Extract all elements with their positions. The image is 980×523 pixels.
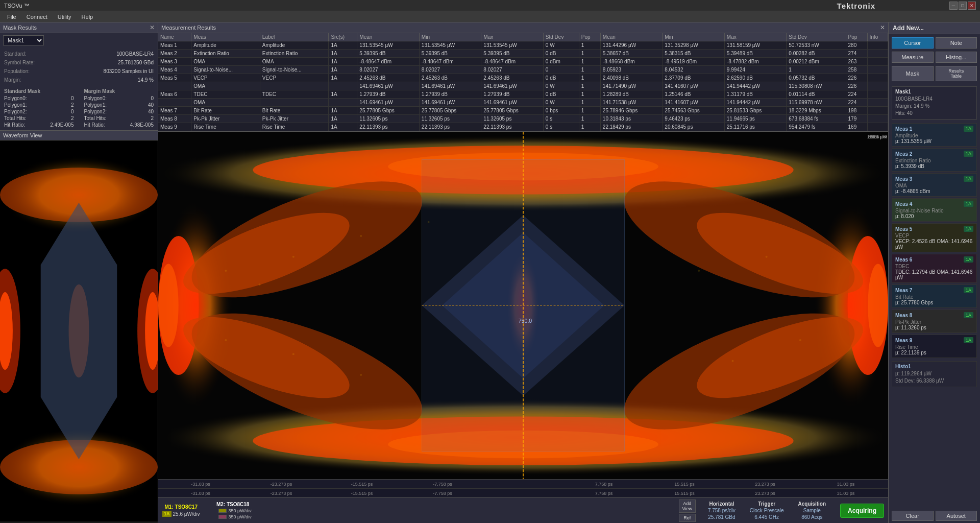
add-view-btn[interactable]: AddView — [679, 500, 696, 513]
t-label-2: -15.515 ps — [322, 482, 402, 487]
table-cell: Rise Time — [191, 123, 260, 131]
col-max1: Max — [481, 33, 543, 41]
meas-card-3[interactable]: Meas 4 1A Signal-to-Noise Ratio µ: 8.020 — [892, 198, 977, 222]
table-row[interactable]: Meas 1AmplitudeAmplitude1A131.53545 µW13… — [158, 41, 888, 50]
table-cell: 141.69461 µW — [481, 82, 543, 90]
meas-card-8[interactable]: Meas 9 1A Rise Time µ: 22.1139 ps — [892, 335, 977, 358]
table-row[interactable]: Meas 5VECPVECP1A2.45263 dB2.45263 dB2.45… — [158, 74, 888, 82]
table-cell: 1.27939 dB — [419, 90, 481, 99]
table-cell — [867, 74, 888, 82]
waveform-content[interactable] — [0, 140, 158, 521]
acquiring-button[interactable]: Acquiring — [840, 504, 884, 518]
meas-card-6[interactable]: Meas 7 1A Bit Rate µ: 25.7780 Gbps — [892, 284, 977, 308]
mask-btn[interactable]: Mask — [892, 66, 934, 81]
col-meas: Meas — [191, 33, 260, 41]
table-cell: 131.53545 µW — [357, 41, 419, 50]
menu-file[interactable]: File — [2, 13, 21, 21]
meas-card-4[interactable]: Meas 5 1A VECP VECP: 2.4526 dB OMA: 141.… — [892, 223, 977, 252]
menu-connect[interactable]: Connect — [21, 13, 53, 21]
window-controls[interactable]: ─ □ ✕ — [949, 2, 976, 10]
meas-card-1[interactable]: Meas 2 1A Extinction Ratio µ: 5.3939 dB — [892, 148, 977, 172]
histo-card[interactable]: Histo1 µ: 119.2964 µW Std Dev: 66.3388 µ… — [892, 361, 977, 387]
histog-btn[interactable]: Histog... — [936, 52, 977, 63]
cursor-btn[interactable]: Cursor — [892, 37, 934, 49]
close-btn[interactable]: ✕ — [968, 2, 976, 10]
menu-help[interactable]: Help — [77, 13, 99, 21]
scale-box-2 — [218, 515, 227, 519]
table-cell: 1 — [787, 66, 846, 74]
table-cell: 1A — [329, 41, 357, 50]
total-hits-margin: 2 — [151, 115, 154, 121]
card-id-4: Meas 5 — [895, 226, 912, 232]
table-cell: 954.2479 fs — [787, 123, 846, 131]
card-value-6: µ: 25.7780 Gbps — [895, 300, 973, 305]
table-cell: -8.48647 dBm — [419, 58, 481, 66]
m1-label: M1: TSO8C17 — [165, 504, 198, 510]
results-table-btn[interactable]: ResultsTable — [936, 66, 977, 81]
table-row[interactable]: Meas 2Extinction RatioExtinction Ratio1A… — [158, 50, 888, 58]
meas-card-7[interactable]: Meas 8 1A Pk-Pk Jitter µ: 11.3260 ps — [892, 310, 977, 333]
table-cell: 0 s — [543, 123, 579, 131]
table-row[interactable]: Meas 8Pk-Pk JitterPk-Pk Jitter1A11.32605… — [158, 115, 888, 123]
table-row[interactable]: Meas 9Rise TimeRise Time1A22.11393 ps22.… — [158, 123, 888, 131]
table-cell: 0 bps — [543, 107, 579, 115]
mask-card[interactable]: Mask1 100GBASE-LR4 Margin: 14.9 % Hits: … — [892, 86, 977, 120]
horizontal-group: Horizontal 7.758 ps/div 25.781 GBd — [708, 501, 736, 520]
table-cell: 673.68384 fs — [787, 115, 846, 123]
measurement-table: Name Meas Label Src(s) Mean Min Max Std … — [158, 33, 888, 131]
mask-card-title: Mask1 — [895, 89, 973, 94]
note-btn[interactable]: Note — [936, 37, 977, 49]
table-row[interactable]: OMA141.69461 µW141.69461 µW141.69461 µW0… — [158, 82, 888, 90]
measure-btn[interactable]: Measure — [892, 52, 934, 63]
table-cell: 1 — [579, 50, 600, 58]
table-cell: 25.11716 ps — [724, 123, 786, 131]
table-cell: OMA — [260, 58, 329, 66]
meas-table-container[interactable]: Name Meas Label Src(s) Mean Min Max Std … — [158, 33, 888, 131]
table-cell: -8.48668 dBm — [600, 58, 662, 66]
ref-btn[interactable]: Ref — [679, 514, 696, 522]
waveform-main-view[interactable]: 750.0 239.4 µW 204.9 µW 179.2 µW 153.6 µ… — [158, 132, 888, 479]
y-axis-labels: 239.4 µW 204.9 µW 179.2 µW 153.6 µW 128 … — [863, 132, 888, 479]
table-row[interactable]: OMA141.69461 µW141.69461 µW141.69461 µW0… — [158, 99, 888, 107]
table-cell: Meas 4 — [158, 66, 191, 74]
t2-label-2: -15.515 ps — [322, 491, 402, 496]
minimize-btn[interactable]: ─ — [949, 2, 958, 10]
margin-mask-title: Margin Mask — [84, 88, 154, 94]
horizontal-val2: 25.781 GBd — [708, 514, 735, 520]
table-cell: TDEC — [260, 90, 329, 99]
card-value-2: µ: -8.4865 dBm — [895, 188, 973, 194]
autoset-btn[interactable]: Autoset — [936, 511, 977, 521]
poly1-std: 2 — [71, 102, 74, 108]
table-row[interactable]: Meas 6TDECTDEC1A1.27939 dB1.27939 dB1.27… — [158, 90, 888, 99]
card-type-8: Rise Time — [895, 344, 973, 350]
card-type-7: Pk-Pk Jitter — [895, 319, 973, 325]
table-row[interactable]: Meas 7Bit RateBit Rate1A25.77805 Gbps25.… — [158, 107, 888, 115]
t2-label-1: -23.273 ps — [241, 491, 322, 496]
table-cell: 5.38315 dB — [663, 50, 724, 58]
svg-point-48 — [698, 270, 700, 272]
table-cell: 8.05923 — [600, 66, 662, 74]
poly2-margin: 40 — [148, 109, 154, 114]
mask-selector: Mask1 — [0, 33, 158, 47]
table-cell: 131.53545 µW — [419, 41, 481, 50]
table-cell: 1 — [579, 58, 600, 66]
t-label-3: -7.758 ps — [402, 482, 483, 487]
mask-results-close[interactable]: ✕ — [150, 24, 155, 31]
table-row[interactable]: Meas 3OMAOMA1A-8.48647 dBm-8.48647 dBm-8… — [158, 58, 888, 66]
table-cell: Meas 1 — [158, 41, 191, 50]
mask-select[interactable]: Mask1 — [3, 35, 44, 45]
meas-results-close[interactable]: ✕ — [880, 24, 885, 31]
table-cell: -8.48647 dBm — [357, 58, 419, 66]
clear-btn[interactable]: Clear — [892, 511, 934, 521]
table-cell: 1 — [579, 99, 600, 107]
maximize-btn[interactable]: □ — [959, 2, 967, 10]
table-row[interactable]: Meas 4Signal-to-Noise...Signal-to-Noise.… — [158, 66, 888, 74]
menu-utility[interactable]: Utility — [53, 13, 77, 21]
meas-card-0[interactable]: Meas 1 1A Amplitude µ: 131.5355 µW — [892, 123, 977, 147]
meas-card-2[interactable]: Meas 3 1A OMA µ: -8.4865 dBm — [892, 173, 977, 197]
table-cell: 11.32605 ps — [419, 115, 481, 123]
table-cell: 0 W — [543, 82, 579, 90]
t-label-5: 7.758 ps — [564, 482, 644, 487]
meas-card-5[interactable]: Meas 6 1A TDEC TDEC: 1.2794 dB OMA: 141.… — [892, 254, 977, 283]
waveform-header: Waveform View — [0, 131, 158, 140]
